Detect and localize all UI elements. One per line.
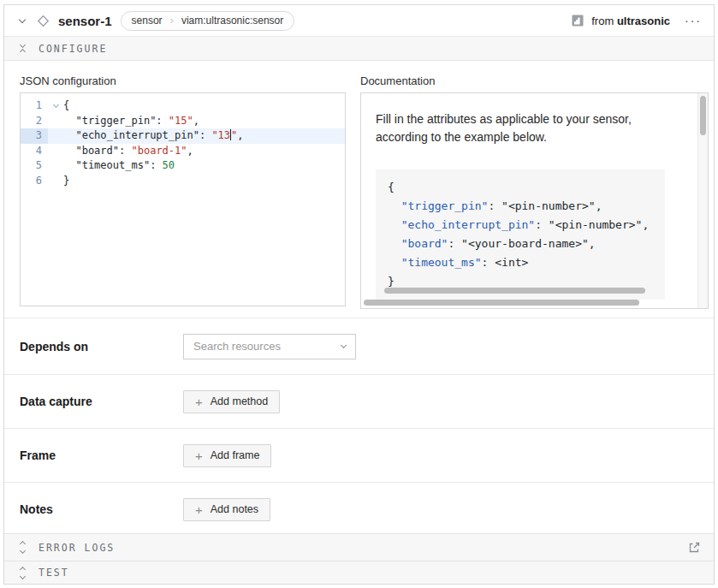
editor-line[interactable]: 3 "echo_interrupt_pin": "13", [21,128,345,144]
editor-line[interactable]: 5 "timeout_ms": 50 [21,158,345,174]
depends-on-label: Depends on [20,340,183,353]
test-section-title: TEST [39,567,69,579]
module-icon [572,15,584,27]
editor-line[interactable]: 1{ [21,98,345,114]
configure-panel: JSON configuration 1{2 "trigger_pin": "1… [4,61,714,533]
editor-code-text: "echo_interrupt_pin": "13", [63,128,244,144]
editor-line[interactable]: 2 "trigger_pin": "15", [21,114,345,129]
error-logs-section-header[interactable]: ERROR LOGS [4,533,714,561]
fold-gutter [48,144,63,159]
expand-icon [17,567,27,579]
component-name: sensor-1 [58,14,112,28]
editor-code-text: "board": "board-1", [63,144,193,159]
component-header: sensor-1 sensor › viam:ultrasonic:sensor… [4,5,714,37]
documentation-code-block: { "trigger_pin": "<pin-number>", "echo_i… [376,169,665,300]
configure-section-header[interactable]: CONFIGURE [4,37,714,61]
doc-code-line: "board": "<your-board-name>", [388,235,665,253]
plus-icon: + [195,449,203,462]
notes-label: Notes [20,502,183,516]
editor-code-text: } [63,174,69,189]
line-number: 3 [21,128,48,144]
fold-gutter [48,114,63,129]
line-number: 1 [21,98,48,114]
doc-code-line: "timeout_ms": <int> [388,253,665,272]
line-number: 5 [21,158,48,174]
add-method-button[interactable]: + Add method [183,390,280,413]
add-frame-button[interactable]: + Add frame [183,444,271,467]
collapse-icon [17,43,27,54]
doc-horizontal-scrollbar[interactable] [364,300,639,306]
code-horizontal-scrollbar[interactable] [384,288,645,294]
frame-label: Frame [20,448,183,462]
editor-line[interactable]: 4 "board": "board-1", [21,144,345,159]
external-link-icon[interactable] [688,541,701,554]
documentation-panel: Fill in the attributes as applicable to … [360,92,709,309]
data-capture-section: Data capture + Add method [4,374,714,428]
line-number: 6 [21,174,48,189]
editor-line[interactable]: 6} [21,174,345,189]
doc-code-line: { [388,178,665,197]
component-diamond-icon [37,15,50,27]
fold-gutter [48,174,63,189]
error-logs-section-title: ERROR LOGS [39,542,115,554]
data-capture-label: Data capture [20,395,183,408]
depends-on-select[interactable]: Search resources [183,334,356,359]
notes-section: Notes + Add notes [4,482,714,533]
component-type-badge: sensor › viam:ultrasonic:sensor [121,11,295,31]
type-label: sensor [132,15,163,27]
fold-gutter [48,128,63,144]
chevron-down-icon [341,342,347,348]
plus-icon: + [195,395,203,408]
expand-icon [17,542,27,553]
editor-code-text: { [63,98,69,114]
overflow-menu-button[interactable]: ··· [685,14,702,27]
json-editor[interactable]: 1{2 "trigger_pin": "15",3 "echo_interrup… [20,92,346,306]
doc-code-line: "trigger_pin": "<pin-number>", [388,197,665,216]
scrollbar-thumb[interactable] [700,96,706,135]
editor-code-text: "timeout_ms": 50 [63,158,175,174]
depends-on-placeholder: Search resources [193,340,281,353]
plus-icon: + [195,503,203,516]
editor-code-text: "trigger_pin": "15", [63,114,199,129]
fold-chevron-icon[interactable] [48,98,63,114]
from-module-label: from ultrasonic [591,15,670,27]
json-config-label: JSON configuration [20,74,346,87]
documentation-intro: Fill in the attributes as applicable to … [376,110,675,146]
line-number: 4 [21,144,48,159]
doc-vertical-scrollbar[interactable] [697,93,708,308]
chevron-separator-icon: › [170,15,174,26]
add-notes-button[interactable]: + Add notes [183,498,270,521]
test-section-header[interactable]: TEST [4,561,714,584]
chevron-down-icon[interactable] [16,20,28,22]
component-card: sensor-1 sensor › viam:ultrasonic:sensor… [3,4,715,585]
line-number: 2 [21,114,48,129]
model-label: viam:ultrasonic:sensor [181,15,283,27]
fold-gutter [48,158,63,174]
doc-code-line: "echo_interrupt_pin": "<pin-number>", [388,216,665,235]
frame-section: Frame + Add frame [4,428,714,482]
depends-on-section: Depends on Search resources [4,318,714,374]
configure-section-title: CONFIGURE [39,43,107,55]
documentation-label: Documentation [360,74,709,87]
